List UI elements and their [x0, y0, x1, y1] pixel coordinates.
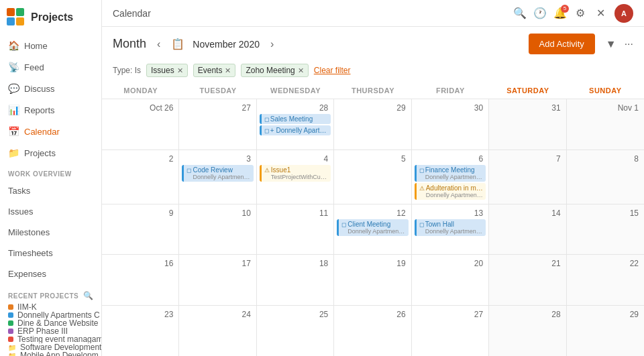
- cell-date: 12: [337, 207, 408, 219]
- event-town-hall[interactable]: ◻ Town Hall Donnelly Apartments Construc…: [415, 219, 486, 236]
- cell-date: 18: [260, 257, 331, 270]
- event-code-review[interactable]: ◻ Code Review Donnelly Apartments Constr…: [182, 165, 253, 182]
- filter-tag-issues[interactable]: Issues ✕: [146, 64, 188, 77]
- cell-date: 5: [337, 153, 408, 165]
- cal-cell-7[interactable]: 7: [489, 150, 566, 204]
- next-month-button[interactable]: ›: [268, 36, 276, 53]
- sidebar-project-donnelly[interactable]: Donnelly Apartments C: [0, 311, 101, 319]
- user-avatar[interactable]: A: [614, 4, 633, 23]
- calendar-picker-icon[interactable]: 📋: [171, 38, 184, 50]
- event-adulteration[interactable]: ⚠ Adulteration in mortar import Donnelly…: [415, 183, 486, 200]
- cal-cell-18[interactable]: 18: [257, 255, 334, 305]
- sidebar-project-erp[interactable]: ERP Phase III: [0, 327, 101, 335]
- event-icon: ◻: [419, 167, 424, 174]
- sidebar-item-feed[interactable]: 📡 Feed: [0, 56, 101, 78]
- event-client-meeting[interactable]: ◻ Client Meeting Donnelly Apartments Con…: [337, 219, 408, 236]
- sidebar-item-calendar[interactable]: 📅 Calendar: [0, 121, 101, 142]
- cal-cell-16[interactable]: 16: [102, 255, 179, 305]
- cal-cell-25[interactable]: 25: [257, 306, 334, 357]
- sidebar-item-discuss[interactable]: 💬 Discuss: [0, 78, 101, 99]
- sidebar-item-issues[interactable]: Issues: [0, 201, 101, 222]
- event-sales-meeting[interactable]: ◻ Sales Meeting: [260, 114, 331, 124]
- cal-cell-28[interactable]: 28: [489, 306, 566, 357]
- cal-cell-4[interactable]: 4 ⚠ Issue1 TestProjectWithCus...: [257, 150, 334, 204]
- cal-cell-oct28[interactable]: 28 ◻ Sales Meeting ◻ + Donnelly Apartmen…: [257, 99, 334, 150]
- cell-date: 17: [182, 257, 253, 270]
- cal-cell-26[interactable]: 26: [334, 306, 411, 357]
- event-icon: ◻: [419, 221, 424, 228]
- event-donnelly-constr[interactable]: ◻ + Donnelly Apartments Constr...: [260, 125, 331, 135]
- cal-cell-oct29[interactable]: 29: [334, 99, 411, 150]
- clock-icon[interactable]: 🕐: [534, 7, 546, 19]
- event-subtitle: Donnelly Apartments Construction: [425, 228, 483, 235]
- filter-tag-zoho[interactable]: Zoho Meeting ✕: [241, 64, 308, 77]
- cal-cell-13[interactable]: 13 ◻ Town Hall Donnelly Apartments Const…: [412, 204, 489, 255]
- sidebar-project-iim-k[interactable]: IIM-K: [0, 303, 101, 311]
- sidebar-project-mobile-app[interactable]: 📁 Mobile App Developm: [0, 351, 101, 356]
- event-subtitle: Donnelly Apartments Construction: [193, 174, 250, 180]
- cal-cell-oct27[interactable]: 27: [179, 99, 256, 150]
- cal-cell-22[interactable]: 22: [567, 255, 644, 305]
- sidebar-item-milestones[interactable]: Milestones: [0, 222, 101, 243]
- cal-cell-3[interactable]: 3 ◻ Code Review Donnelly Apartments Cons…: [179, 150, 256, 204]
- event-issue1[interactable]: ⚠ Issue1 TestProjectWithCus...: [260, 165, 331, 182]
- cal-cell-10[interactable]: 10: [179, 204, 256, 255]
- cal-cell-nov1[interactable]: Nov 1: [567, 99, 644, 150]
- sidebar-project-software-dev[interactable]: 📁 Software Development: [0, 343, 101, 351]
- cal-cell-14[interactable]: 14: [489, 204, 566, 255]
- cal-cell-12[interactable]: 12 ◻ Client Meeting Donnelly Apartments …: [334, 204, 411, 255]
- sidebar-project-testing[interactable]: Testing event managam: [0, 335, 101, 343]
- cal-cell-oct31[interactable]: 31: [489, 99, 566, 150]
- cal-cell-11[interactable]: 11: [257, 204, 334, 255]
- search-icon[interactable]: 🔍: [83, 291, 94, 300]
- cal-cell-20[interactable]: 20: [412, 255, 489, 305]
- filter-icon[interactable]: ▼: [606, 38, 616, 50]
- sidebar-item-home[interactable]: 🏠 Home: [0, 35, 101, 56]
- cal-cell-8[interactable]: 8: [567, 150, 644, 204]
- event-icon: ◻: [264, 127, 269, 134]
- cal-cell-21[interactable]: 21: [489, 255, 566, 305]
- sidebar-item-projects-label: Projects: [24, 148, 56, 158]
- cell-date: 13: [415, 207, 486, 219]
- cal-cell-19[interactable]: 19: [334, 255, 411, 305]
- cal-cell-oct26[interactable]: Oct 26: [102, 99, 179, 150]
- project-dot: [8, 304, 13, 310]
- cal-cell-oct30[interactable]: 30: [412, 99, 489, 150]
- sidebar-item-expenses[interactable]: Expenses: [0, 263, 101, 284]
- app-logo[interactable]: Projects: [0, 0, 101, 35]
- cell-date: 29: [570, 308, 641, 320]
- close-icon[interactable]: ✕: [594, 7, 606, 19]
- bell-icon[interactable]: 🔔 5: [554, 7, 566, 19]
- event-finance-meeting[interactable]: ◻ Finance Meeting Donnelly Apartments Co…: [415, 165, 486, 182]
- clear-filter-button[interactable]: Clear filter: [314, 66, 351, 75]
- cal-cell-5[interactable]: 5: [334, 150, 411, 204]
- cell-date: 22: [570, 257, 641, 270]
- prev-month-button[interactable]: ‹: [154, 36, 163, 53]
- filter-tag-events[interactable]: Events ✕: [193, 64, 236, 77]
- calendar-grid-container: MONDAY TUESDAY WEDNESDAY THURSDAY FRIDAY…: [102, 82, 644, 356]
- cal-cell-27[interactable]: 27: [412, 306, 489, 357]
- cal-cell-24[interactable]: 24: [179, 306, 256, 357]
- more-options-icon[interactable]: ···: [625, 38, 633, 50]
- cal-cell-6[interactable]: 6 ◻ Finance Meeting Donnelly Apartments …: [412, 150, 489, 204]
- remove-zoho-filter[interactable]: ✕: [298, 66, 304, 75]
- sidebar-project-dine-dance[interactable]: Dine & Dance Website: [0, 319, 101, 327]
- remove-issues-filter[interactable]: ✕: [177, 66, 183, 75]
- cal-cell-23[interactable]: 23: [102, 306, 179, 357]
- cal-cell-15[interactable]: 15: [567, 204, 644, 255]
- folder-icon: 📁: [8, 344, 16, 351]
- cal-cell-29[interactable]: 29: [567, 306, 644, 357]
- remove-events-filter[interactable]: ✕: [225, 66, 231, 75]
- cell-date: 27: [182, 102, 253, 114]
- sidebar-item-timesheets[interactable]: Timesheets: [0, 243, 101, 263]
- cal-cell-9[interactable]: 9: [102, 204, 179, 255]
- search-icon[interactable]: 🔍: [514, 7, 526, 19]
- sidebar-item-projects[interactable]: 📁 Projects: [0, 142, 101, 164]
- cal-cell-2[interactable]: 2: [102, 150, 179, 204]
- sidebar-item-tasks[interactable]: Tasks: [0, 180, 101, 201]
- cal-cell-17[interactable]: 17: [179, 255, 256, 305]
- main-content: Calendar 🔍 🕐 🔔 5 ⚙ ✕ A Month ‹ 📋 Novembe…: [102, 0, 644, 356]
- sidebar-item-reports[interactable]: 📊 Reports: [0, 99, 101, 121]
- settings-icon[interactable]: ⚙: [574, 7, 586, 19]
- add-activity-button[interactable]: Add Activity: [529, 34, 595, 54]
